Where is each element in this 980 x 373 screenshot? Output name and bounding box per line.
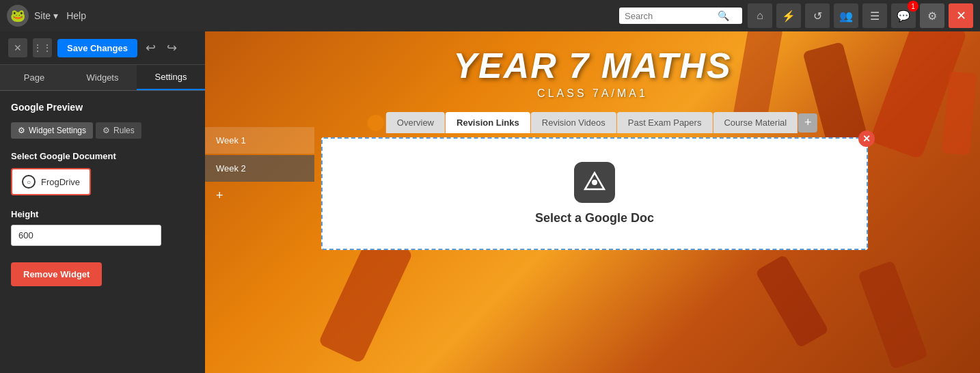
- undo-button[interactable]: ↩: [143, 39, 159, 57]
- tab-indicator-dot: [368, 115, 384, 131]
- tab-settings[interactable]: Settings: [137, 65, 205, 90]
- search-input[interactable]: [625, 11, 713, 21]
- tab-course-material[interactable]: Course Material: [713, 112, 798, 133]
- site-label: Site: [34, 10, 51, 21]
- save-changes-button[interactable]: Save Changes: [57, 39, 137, 57]
- main-content: YEAR 7 MATHS CLASS 7A/MA1 Overview Revis…: [205, 31, 980, 373]
- select-doc-label: Select Google Document: [11, 151, 194, 161]
- refresh-button[interactable]: ↺: [805, 3, 830, 28]
- gdoc-close-button[interactable]: ✕: [858, 130, 875, 147]
- course-header: YEAR 7 MATHS CLASS 7A/MA1: [205, 31, 980, 100]
- course-title: YEAR 7 MATHS: [205, 45, 980, 86]
- tab-page[interactable]: Page: [0, 65, 68, 90]
- search-box[interactable]: 🔍: [619, 8, 742, 24]
- sidebar-content: Google Preview ⚙ Widget Settings ⚙ Rules…: [0, 91, 205, 373]
- lightning-button[interactable]: ⚡: [776, 3, 801, 28]
- widget-settings-tab[interactable]: ⚙ Widget Settings: [11, 122, 93, 139]
- help-link[interactable]: Help: [66, 10, 86, 21]
- height-input[interactable]: [11, 225, 161, 246]
- site-menu[interactable]: Site ▾: [34, 10, 58, 21]
- gdoc-drive-icon: [574, 162, 615, 203]
- close-button[interactable]: ✕: [949, 3, 973, 28]
- week-1-item[interactable]: Week 1: [205, 127, 314, 154]
- gdoc-select-text: Select a Google Doc: [535, 211, 654, 225]
- tab-revision-videos[interactable]: Revision Videos: [531, 112, 616, 133]
- remove-widget-button[interactable]: Remove Widget: [11, 262, 102, 286]
- course-subtitle: CLASS 7A/MA1: [205, 87, 980, 100]
- tab-revision-links[interactable]: Revision Links: [446, 112, 530, 133]
- add-week-button[interactable]: +: [205, 183, 314, 208]
- list-button[interactable]: ☰: [862, 3, 887, 28]
- tools-button[interactable]: ⚙: [920, 3, 944, 28]
- tab-widgets[interactable]: Widgets: [68, 65, 137, 90]
- google-doc-modal: ✕ Select a Google Doc: [321, 137, 868, 250]
- sidebar: ✕ ⋮⋮ Save Changes ↩ ↪ Page Widgets Setti…: [0, 31, 205, 373]
- frogdrive-icon: ○: [22, 175, 36, 189]
- sidebar-dots-button[interactable]: ⋮⋮: [33, 38, 52, 57]
- svg-point-2: [592, 180, 597, 185]
- frogdrive-button[interactable]: ○ FrogDrive: [11, 168, 91, 195]
- site-logo: 🐸: [7, 5, 29, 27]
- week-panel: Week 1 Week 2 +: [205, 127, 314, 208]
- users-button[interactable]: 👥: [834, 3, 858, 28]
- sidebar-toolbar: ✕ ⋮⋮ Save Changes ↩ ↪: [0, 31, 205, 65]
- redo-button[interactable]: ↪: [164, 39, 180, 57]
- add-tab-button[interactable]: +: [798, 113, 817, 133]
- sidebar-tab-bar: Page Widgets Settings: [0, 65, 205, 91]
- main-layout: ✕ ⋮⋮ Save Changes ↩ ↪ Page Widgets Setti…: [0, 31, 980, 373]
- sidebar-close-button[interactable]: ✕: [8, 38, 27, 57]
- sliders-icon: ⚙: [18, 126, 25, 135]
- frogdrive-label: FrogDrive: [41, 177, 80, 187]
- home-button[interactable]: ⌂: [748, 3, 772, 28]
- rules-icon: ⚙: [103, 126, 110, 135]
- site-chevron-icon: ▾: [53, 10, 58, 21]
- nav-icon-group: ⌂ ⚡ ↺ 👥 ☰ 💬 1 ⚙ ✕: [748, 3, 973, 28]
- height-label: Height: [11, 209, 194, 219]
- week-2-item[interactable]: Week 2: [205, 155, 314, 182]
- search-icon: 🔍: [718, 10, 729, 21]
- course-background: YEAR 7 MATHS CLASS 7A/MA1 Overview Revis…: [205, 31, 980, 373]
- course-tabs: Overview Revision Links Revision Videos …: [368, 112, 817, 133]
- widget-settings-tabs: ⚙ Widget Settings ⚙ Rules: [11, 122, 194, 139]
- tab-past-exam-papers[interactable]: Past Exam Papers: [617, 112, 713, 133]
- rules-tab[interactable]: ⚙ Rules: [96, 122, 141, 139]
- section-title: Google Preview: [11, 102, 194, 113]
- top-navigation: 🐸 Site ▾ Help 🔍 ⌂ ⚡ ↺ 👥 ☰ 💬 1 ⚙ ✕: [0, 0, 980, 31]
- notification-badge: 1: [908, 1, 918, 12]
- tab-overview[interactable]: Overview: [386, 112, 445, 133]
- notifications-button[interactable]: 💬 1: [891, 3, 916, 28]
